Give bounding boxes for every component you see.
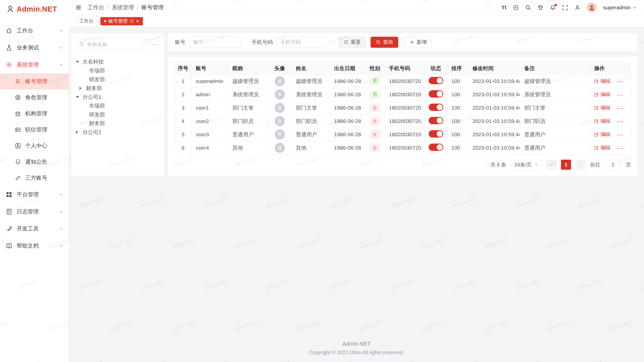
chevron-down-icon xyxy=(59,227,63,231)
sidebar-item-personal-center[interactable]: 个人中心 xyxy=(0,138,69,154)
cell-gender: 女 xyxy=(365,128,385,141)
sidebar-item-position-management[interactable]: 职位管理 xyxy=(0,122,69,138)
org-search-input[interactable] xyxy=(76,39,146,50)
cell-account: admin xyxy=(192,88,228,101)
edit-button[interactable]: 编辑 xyxy=(594,131,611,138)
sidebar-item-label: 系统管理 xyxy=(17,61,59,69)
app-logo: Admin.NET xyxy=(0,0,69,18)
component-size-icon[interactable] xyxy=(513,5,519,11)
tab-workbench[interactable]: 工作台 xyxy=(75,17,97,25)
edit-button[interactable]: 编辑 xyxy=(594,104,611,111)
sidebar-item-dev-tools[interactable]: 开发工具 xyxy=(0,220,69,237)
page-size-select[interactable]: 10条/页 xyxy=(511,160,542,170)
table-row[interactable]: 6 user4 其他 其 其他 1986-06-28 女 18020030720 xyxy=(175,141,631,155)
current-page-button[interactable]: 1 xyxy=(561,160,571,170)
edit-label: 编辑 xyxy=(600,131,611,138)
more-actions-button[interactable]: ··· xyxy=(617,145,624,151)
next-page-button[interactable] xyxy=(576,160,586,170)
fullscreen-icon[interactable] xyxy=(562,5,568,11)
tree-node-label: 市场部 xyxy=(89,67,105,74)
edit-button[interactable]: 编辑 xyxy=(594,78,611,84)
sidebar-item-workbench[interactable]: 工作台 xyxy=(0,22,69,39)
username[interactable]: superadmin xyxy=(603,5,636,11)
account-input[interactable] xyxy=(189,37,241,48)
sidebar-item-log-management[interactable]: 日志管理 xyxy=(0,203,69,220)
caret-right-icon[interactable] xyxy=(79,87,82,90)
table-row[interactable]: 4 user2 部门职员 部 部门职员 1986-06-28 女 1802003… xyxy=(175,115,631,128)
document-icon xyxy=(6,208,13,215)
user-avatar[interactable] xyxy=(587,3,596,12)
cell-modified: 2023-01-03 10:59:44 xyxy=(468,101,520,115)
goto-page-input[interactable] xyxy=(605,160,621,170)
tree-node[interactable]: 市场部 xyxy=(76,66,160,75)
col-modified: 修改时间 xyxy=(468,62,520,75)
tree-node-label: 研发部 xyxy=(89,76,105,83)
caret-right-icon[interactable] xyxy=(76,131,78,134)
tree-node[interactable]: 分公司1 xyxy=(76,93,160,101)
more-actions-button[interactable]: ··· xyxy=(617,92,624,98)
sidebar-item-business-test[interactable]: 业务测试 xyxy=(0,39,69,56)
more-actions-button[interactable]: ··· xyxy=(617,132,624,138)
query-button[interactable]: 查询 xyxy=(371,37,398,48)
username-label: superadmin xyxy=(603,5,631,11)
tree-node[interactable]: 财务部 xyxy=(76,84,160,93)
edit-button[interactable]: 编辑 xyxy=(594,144,611,151)
tree-node[interactable]: 研发部 xyxy=(76,110,160,119)
hamburger-menu-icon[interactable] xyxy=(75,5,82,11)
sidebar-item-help-docs[interactable]: 帮助文档 xyxy=(0,237,69,254)
table-row[interactable]: 3 user1 部门主管 部 部门主管 1986-06-28 女 1802003… xyxy=(175,101,631,115)
close-icon[interactable]: × xyxy=(136,19,139,24)
reset-label: 重置 xyxy=(351,39,361,46)
refresh-icon[interactable] xyxy=(130,19,134,23)
table-row[interactable]: 2 admin 系统管理员 系 系统管理员 1986-06-28 男 18020… xyxy=(175,88,631,101)
notification-icon[interactable] xyxy=(550,5,556,11)
sidebar-item-notice[interactable]: 通知公告 xyxy=(0,154,69,170)
more-actions-button[interactable]: ··· xyxy=(617,79,624,84)
reset-button[interactable]: 重置 xyxy=(338,37,366,48)
more-actions-button[interactable]: ··· xyxy=(617,105,624,111)
edit-button[interactable]: 编辑 xyxy=(594,91,611,98)
edit-button[interactable]: 编辑 xyxy=(594,118,611,124)
tree-node[interactable]: 研发部 xyxy=(76,75,160,84)
sidebar-item-account-management[interactable]: 账号管理 xyxy=(0,73,69,89)
sidebar-item-org-management[interactable]: 机构管理 xyxy=(0,106,69,122)
status-toggle[interactable] xyxy=(429,90,443,98)
tree-node[interactable]: 分公司2 xyxy=(76,128,160,137)
prev-page-button[interactable] xyxy=(546,160,556,170)
status-toggle[interactable] xyxy=(429,117,443,124)
status-toggle[interactable] xyxy=(429,77,443,84)
status-toggle[interactable] xyxy=(429,144,443,151)
cell-account: user1 xyxy=(192,101,228,115)
font-size-icon[interactable]: Tt xyxy=(501,5,506,11)
tree-node[interactable]: 大名科技 xyxy=(76,57,160,66)
tab-account-management[interactable]: 账号管理 × xyxy=(100,17,143,25)
tab-label: 账号管理 xyxy=(108,18,128,24)
status-toggle[interactable] xyxy=(429,130,443,138)
cell-seq: 5 xyxy=(175,128,192,141)
chevron-down-icon xyxy=(59,29,63,33)
tree-node[interactable]: 财务部 xyxy=(76,119,160,128)
sidebar-item-system-management[interactable]: 系统管理 xyxy=(0,56,69,73)
phone-input[interactable] xyxy=(277,37,328,48)
sidebar-item-platform-management[interactable]: 平台管理 xyxy=(0,186,69,203)
bell-icon xyxy=(15,159,21,165)
sidebar-item-third-party-account[interactable]: 三方账号 xyxy=(0,170,69,186)
sidebar-item-role-management[interactable]: 角色管理 xyxy=(0,89,69,106)
table-row[interactable]: 1 superadmin 超级管理员 超 超级管理员 1986-06-28 男 … xyxy=(175,75,631,88)
table-row[interactable]: 5 user3 普通用户 普 普通用户 1986-06-28 女 1802003… xyxy=(175,128,631,141)
theme-icon[interactable] xyxy=(538,5,543,11)
breadcrumb-item[interactable]: 系统管理 xyxy=(112,4,134,11)
caret-down-icon[interactable] xyxy=(76,96,79,98)
search-icon[interactable] xyxy=(525,5,531,11)
breadcrumb-item[interactable]: 工作台 xyxy=(88,4,104,11)
tree-node[interactable]: 市场部 xyxy=(76,101,160,110)
profile-icon[interactable] xyxy=(575,5,580,11)
cell-actions: 编辑 ··· xyxy=(590,115,631,128)
cell-nickname: 部门主管 xyxy=(228,101,268,115)
more-actions-button[interactable]: ··· xyxy=(617,119,624,124)
chevron-down-icon xyxy=(59,193,63,197)
status-toggle[interactable] xyxy=(429,104,443,111)
caret-down-icon[interactable] xyxy=(76,61,79,63)
more-options-button[interactable]: ··· xyxy=(149,39,160,49)
add-button[interactable]: 新增 xyxy=(404,37,432,48)
